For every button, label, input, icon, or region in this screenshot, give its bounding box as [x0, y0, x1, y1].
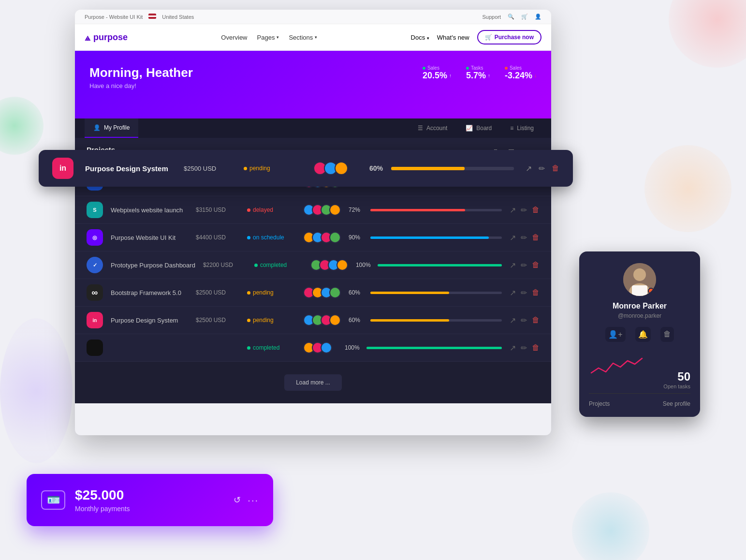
status-dot	[247, 319, 250, 322]
payment-amount: $25.000	[75, 487, 130, 503]
cart-icon[interactable]: 🛒	[521, 14, 528, 20]
svg-point-1	[633, 268, 646, 281]
avatars-group	[303, 204, 341, 216]
open-icon[interactable]: ↗	[510, 288, 516, 297]
hero-subtitle: Have a nice day!	[89, 82, 537, 89]
open-icon[interactable]: ↗	[510, 316, 516, 325]
profile-avatar-wrap	[589, 263, 690, 296]
nav-whats-new[interactable]: What's new	[437, 34, 469, 41]
flag-icon	[148, 14, 156, 20]
open-icon[interactable]: ↗	[510, 261, 516, 270]
load-more-button[interactable]: Load more ...	[284, 374, 342, 391]
notification-icon[interactable]: 🔔	[635, 327, 651, 342]
status-badge: pending	[247, 289, 295, 296]
tasks-chart	[589, 354, 647, 378]
bg-decoration-pink	[669, 0, 746, 68]
person-icon: 👤	[93, 124, 101, 131]
avatars-group	[303, 232, 341, 243]
edit-icon[interactable]: ✏	[521, 206, 527, 215]
project-amount: $2500 USD	[196, 317, 239, 324]
edit-icon[interactable]: ✏	[521, 233, 527, 242]
edit-icon[interactable]: ✏	[521, 261, 527, 270]
avatar	[329, 232, 341, 243]
row-actions: ↗ ✏ 🗑	[510, 343, 540, 353]
avatar	[329, 287, 341, 298]
delete-icon[interactable]: 🗑	[532, 343, 540, 353]
cart-icon: 🛒	[485, 34, 492, 41]
project-icon	[87, 339, 103, 356]
more-options-icon[interactable]: ···	[248, 495, 259, 506]
trash-icon[interactable]: 🗑	[660, 327, 674, 342]
avatars-group	[303, 314, 341, 326]
status-badge: on schedule	[247, 234, 295, 241]
status-dot	[247, 291, 250, 295]
delete-icon[interactable]: 🗑	[532, 316, 540, 325]
project-icon: ◎	[87, 229, 103, 246]
status-badge: completed	[247, 344, 295, 351]
account-icon[interactable]: 👤	[535, 14, 541, 20]
open-icon[interactable]: ↗	[526, 164, 532, 173]
edit-icon[interactable]: ✏	[521, 316, 527, 325]
search-icon[interactable]: 🔍	[508, 14, 514, 20]
bg-decoration-peach	[644, 145, 731, 232]
edit-icon[interactable]: ✏	[539, 164, 545, 173]
featured-progress: 60%	[369, 164, 514, 172]
projects-link[interactable]: Projects	[589, 400, 610, 407]
see-profile-link[interactable]: See profile	[663, 400, 690, 407]
bg-decoration-purple	[0, 318, 73, 463]
logo[interactable]: ⟁ purpose	[85, 32, 128, 43]
edit-icon[interactable]: ✏	[521, 343, 527, 353]
site-topbar: Purpose - Website UI Kit United States S…	[75, 10, 551, 24]
tab-account[interactable]: ☰ Account	[410, 121, 455, 135]
delete-icon[interactable]: 🗑	[532, 261, 540, 270]
svg-rect-3	[632, 285, 647, 296]
open-icon[interactable]: ↗	[510, 206, 516, 215]
project-amount: $2200 USD	[203, 262, 247, 268]
progress-bar: 72%	[349, 206, 502, 213]
open-icon[interactable]: ↗	[510, 233, 516, 242]
hero-section: Morning, Heather Have a nice day! Sales …	[75, 51, 551, 118]
delete-icon[interactable]: 🗑	[532, 233, 540, 242]
delete-icon[interactable]: 🗑	[552, 164, 559, 173]
refresh-icon[interactable]: ↺	[234, 495, 241, 505]
online-status-dot	[648, 288, 654, 294]
row-actions: ↗ ✏ 🗑	[510, 261, 540, 270]
add-user-icon[interactable]: 👤+	[605, 327, 625, 342]
avatars-group	[303, 342, 337, 354]
status-dot	[247, 346, 250, 350]
nav-overview[interactable]: Overview	[221, 34, 247, 41]
table-row: ✓ Prototype Purpose Dashboard $2200 USD …	[75, 251, 551, 279]
featured-project-amount: $2500 USD	[184, 165, 232, 172]
profile-username: @monroe.parker	[589, 312, 690, 319]
delete-icon[interactable]: 🗑	[532, 206, 540, 215]
table-row: in Purpose Design System $2500 USD pendi…	[75, 307, 551, 334]
country-label: United States	[162, 14, 194, 20]
delete-icon[interactable]: 🗑	[532, 288, 540, 297]
progress-bar: 100%	[345, 344, 502, 351]
stat-dot	[423, 67, 425, 70]
purchase-button[interactable]: 🛒 Purchase now	[477, 30, 541, 44]
nav-docs[interactable]: Docs ▾	[411, 34, 429, 41]
tab-listing[interactable]: ≡ Listing	[502, 121, 541, 135]
support-link[interactable]: Support	[482, 14, 501, 20]
open-icon[interactable]: ↗	[510, 343, 516, 353]
profile-actions: 👤+ 🔔 🗑	[589, 327, 690, 342]
status-badge: delayed	[247, 206, 295, 213]
project-name: Purpose Website UI Kit	[111, 234, 188, 241]
edit-icon[interactable]: ✏	[521, 288, 527, 297]
project-name: Bootstrap Framework 5.0	[111, 289, 188, 296]
progress-bar: 100%	[356, 262, 502, 268]
brand-label: Purpose - Website UI Kit	[85, 14, 143, 20]
tab-my-profile[interactable]: 👤 My Profile	[85, 118, 138, 138]
open-tasks-info: 50 Open tasks	[658, 370, 690, 389]
table-row: S Webpixels website launch $3150 USD del…	[75, 196, 551, 224]
nav-right: Docs ▾ What's new 🛒 Purchase now	[411, 30, 541, 44]
project-amount: $2500 USD	[196, 289, 239, 296]
nav-sections[interactable]: Sections ▾	[289, 34, 317, 41]
tab-board[interactable]: 📈 Board	[458, 121, 499, 135]
payment-card-icon: 🪪	[41, 490, 65, 510]
bg-decoration-teal	[572, 492, 649, 560]
nav-pages[interactable]: Pages ▾	[257, 34, 279, 41]
browser-window: Purpose - Website UI Kit United States S…	[75, 10, 551, 435]
featured-project-name: Purpose Design System	[85, 164, 172, 173]
